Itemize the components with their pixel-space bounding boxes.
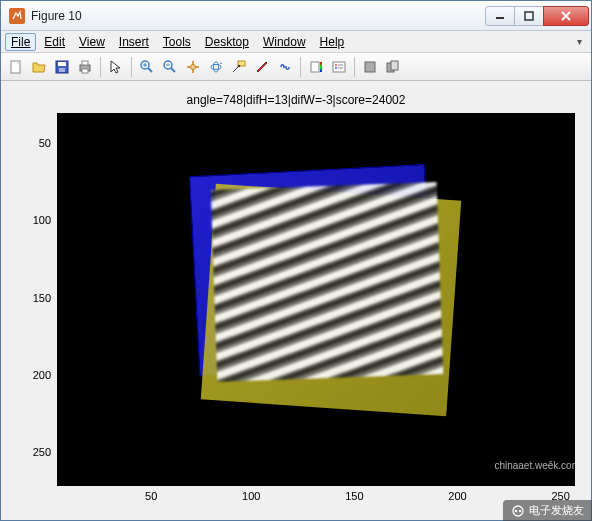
datacursor-icon: [231, 59, 247, 75]
svg-rect-1: [525, 12, 533, 20]
svg-point-17: [211, 64, 221, 69]
axes[interactable]: [57, 113, 575, 486]
show-icon: [385, 59, 401, 75]
open-icon: [31, 59, 47, 75]
plot-container: 50 100 150 200 250 50 100 150 200 250: [17, 109, 575, 508]
figure-window: Figure 10 File Edit View Insert Tools De…: [0, 0, 592, 521]
maximize-icon: [524, 11, 534, 21]
brush-button[interactable]: [251, 56, 273, 78]
svg-line-20: [233, 66, 239, 72]
matlab-icon: [9, 8, 25, 24]
y-tick: 250: [33, 446, 51, 458]
svg-rect-7: [82, 61, 88, 65]
y-tick: 50: [39, 137, 51, 149]
svg-line-14: [171, 68, 175, 72]
x-tick: 200: [448, 490, 466, 508]
x-tick: 150: [345, 490, 363, 508]
brush-icon: [254, 59, 270, 75]
window-title: Figure 10: [31, 9, 486, 23]
fingerprint-image: [211, 182, 444, 382]
x-axis: 50 100 150 200 250: [57, 486, 575, 508]
new-figure-button[interactable]: [5, 56, 27, 78]
menu-file[interactable]: File: [5, 33, 36, 51]
figure-area: angle=748|difH=13|difW=-3|score=24002 50…: [1, 81, 591, 520]
pointer-icon: [108, 59, 124, 75]
menubar: File Edit View Insert Tools Desktop Wind…: [1, 31, 591, 53]
separator: [131, 57, 132, 77]
close-icon: [560, 10, 572, 22]
svg-rect-32: [391, 61, 398, 70]
menu-window[interactable]: Window: [257, 33, 312, 51]
y-axis: 50 100 150 200 250: [17, 109, 57, 508]
svg-rect-23: [311, 62, 319, 72]
svg-rect-24: [320, 62, 322, 72]
menu-edit[interactable]: Edit: [38, 33, 71, 51]
svg-rect-0: [496, 17, 504, 19]
svg-point-16: [191, 64, 196, 69]
zoom-out-button[interactable]: [159, 56, 181, 78]
save-icon: [54, 59, 70, 75]
insert-legend-button[interactable]: [328, 56, 350, 78]
pan-icon: [185, 59, 201, 75]
separator: [100, 57, 101, 77]
rotate-icon: [208, 59, 224, 75]
svg-rect-4: [58, 62, 66, 66]
maximize-button[interactable]: [514, 6, 544, 26]
svg-rect-5: [59, 68, 65, 72]
window-controls: [486, 6, 589, 26]
hide-tools-button[interactable]: [359, 56, 381, 78]
menu-tools[interactable]: Tools: [157, 33, 197, 51]
titlebar: Figure 10: [1, 1, 591, 31]
close-button[interactable]: [543, 6, 589, 26]
x-tick: 50: [145, 490, 157, 508]
toolbar: [1, 53, 591, 81]
y-tick: 100: [33, 214, 51, 226]
separator: [300, 57, 301, 77]
insert-colorbar-button[interactable]: [305, 56, 327, 78]
x-tick: 250: [551, 490, 569, 508]
svg-point-18: [214, 62, 219, 72]
colorbar-icon: [308, 59, 324, 75]
new-icon: [8, 59, 24, 75]
link-icon: [277, 59, 293, 75]
edit-plot-button[interactable]: [105, 56, 127, 78]
show-tools-button[interactable]: [382, 56, 404, 78]
legend-icon: [331, 59, 347, 75]
zoom-out-icon: [162, 59, 178, 75]
pan-button[interactable]: [182, 56, 204, 78]
menu-insert[interactable]: Insert: [113, 33, 155, 51]
print-button[interactable]: [74, 56, 96, 78]
x-tick: 100: [242, 490, 260, 508]
svg-rect-8: [82, 69, 88, 73]
svg-point-21: [238, 64, 240, 66]
print-icon: [77, 59, 93, 75]
minimize-icon: [495, 11, 505, 21]
data-cursor-button[interactable]: [228, 56, 250, 78]
rotate-3d-button[interactable]: [205, 56, 227, 78]
y-tick: 150: [33, 292, 51, 304]
separator: [354, 57, 355, 77]
svg-rect-30: [365, 62, 375, 72]
chart-title: angle=748|difH=13|difW=-3|score=24002: [17, 93, 575, 107]
zoom-in-icon: [139, 59, 155, 75]
menu-desktop[interactable]: Desktop: [199, 33, 255, 51]
svg-line-10: [148, 68, 152, 72]
link-plot-button[interactable]: [274, 56, 296, 78]
y-tick: 200: [33, 369, 51, 381]
open-file-button[interactable]: [28, 56, 50, 78]
menu-help[interactable]: Help: [314, 33, 351, 51]
svg-rect-25: [333, 62, 345, 72]
dock-controls-dropdown[interactable]: ▾: [571, 34, 587, 50]
hide-icon: [362, 59, 378, 75]
zoom-in-button[interactable]: [136, 56, 158, 78]
minimize-button[interactable]: [485, 6, 515, 26]
save-button[interactable]: [51, 56, 73, 78]
menu-view[interactable]: View: [73, 33, 111, 51]
plot-right: 50 100 150 200 250: [57, 109, 575, 508]
